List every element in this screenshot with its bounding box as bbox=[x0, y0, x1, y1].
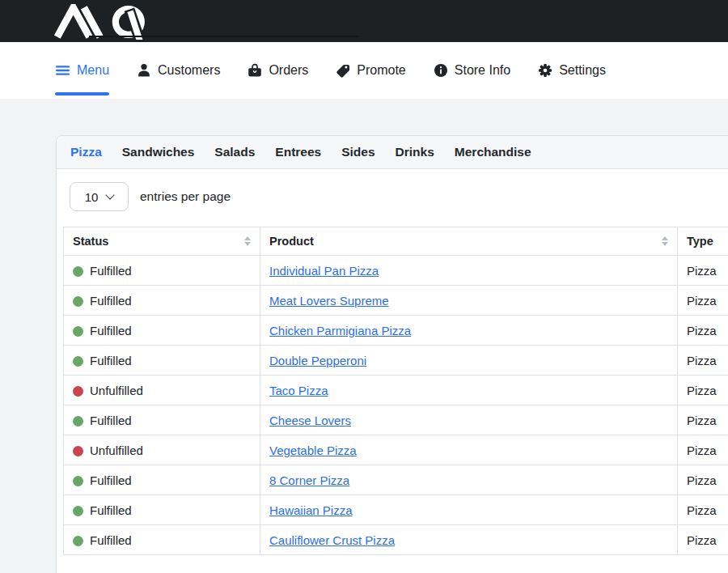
column-label: Status bbox=[73, 235, 108, 248]
status-text: Fulfilled bbox=[90, 503, 132, 517]
table-header-row: Status Product Type bbox=[64, 227, 728, 256]
product-link[interactable]: Cheese Lovers bbox=[269, 414, 351, 427]
bag-icon bbox=[248, 63, 262, 78]
table-row: Fulfilled Individual Pan Pizza Pizza bbox=[64, 256, 728, 286]
top-app-bar bbox=[0, 0, 728, 42]
aiq-logo bbox=[50, 4, 157, 40]
product-link[interactable]: Hawaiian Pizza bbox=[269, 503, 353, 517]
table-row: Fulfilled Meat Lovers Supreme Pizza bbox=[64, 286, 728, 316]
table-row: Unfulfilled Vegetable Pizza Pizza bbox=[64, 435, 728, 465]
product-cell: Meat Lovers Supreme bbox=[260, 286, 678, 316]
primary-nav: Menu Customers Orders Promote Store Info bbox=[0, 42, 728, 99]
type-cell: Pizza bbox=[678, 525, 728, 555]
status-dot-icon bbox=[73, 266, 83, 277]
status-cell: Fulfilled bbox=[64, 346, 260, 376]
tab-sandwiches[interactable]: Sandwiches bbox=[122, 145, 195, 159]
product-cell: Individual Pan Pizza bbox=[260, 256, 678, 286]
status-cell: Fulfilled bbox=[64, 256, 260, 286]
table-row: Fulfilled Cheese Lovers Pizza bbox=[64, 405, 728, 435]
product-link[interactable]: Chicken Parmigiana Pizza bbox=[269, 324, 411, 337]
nav-item-label: Store Info bbox=[455, 63, 510, 78]
table-row: Fulfilled Hawaiian Pizza Pizza bbox=[64, 495, 728, 525]
type-cell: Pizza bbox=[678, 465, 728, 495]
tab-drinks[interactable]: Drinks bbox=[396, 145, 434, 159]
gear-icon bbox=[538, 63, 552, 78]
person-icon bbox=[137, 63, 151, 78]
status-cell: Fulfilled bbox=[64, 286, 260, 316]
sort-icon bbox=[244, 236, 251, 246]
page-content: Pizza Sandwiches Salads Entrees Sides Dr… bbox=[0, 99, 728, 573]
product-link[interactable]: Individual Pan Pizza bbox=[269, 264, 379, 278]
product-link[interactable]: Taco Pizza bbox=[269, 384, 328, 397]
product-link[interactable]: Meat Lovers Supreme bbox=[269, 294, 389, 308]
column-label: Product bbox=[269, 235, 314, 248]
product-cell: 8 Corner Pizza bbox=[260, 465, 678, 495]
column-header-status[interactable]: Status bbox=[64, 227, 260, 256]
type-cell: Pizza bbox=[678, 495, 728, 525]
column-header-type[interactable]: Type bbox=[678, 227, 728, 256]
type-cell: Pizza bbox=[678, 435, 728, 465]
status-dot-icon bbox=[73, 476, 83, 486]
table-row: Fulfilled Chicken Parmigiana Pizza Pizza bbox=[64, 316, 728, 346]
type-cell: Pizza bbox=[678, 316, 728, 346]
status-dot-icon bbox=[73, 326, 83, 337]
nav-item-store-info[interactable]: Store Info bbox=[434, 42, 510, 99]
status-cell: Fulfilled bbox=[64, 316, 260, 346]
status-dot-icon bbox=[73, 506, 83, 516]
tag-icon bbox=[336, 63, 350, 78]
type-cell: Pizza bbox=[678, 346, 728, 376]
nav-item-label: Promote bbox=[357, 63, 405, 78]
column-header-product[interactable]: Product bbox=[260, 227, 678, 256]
status-text: Unfulfilled bbox=[90, 384, 143, 397]
product-link[interactable]: Cauliflower Crust Pizza bbox=[269, 533, 395, 547]
info-icon bbox=[434, 63, 448, 78]
table-row: Fulfilled Cauliflower Crust Pizza Pizza bbox=[64, 525, 728, 555]
status-cell: Unfulfilled bbox=[64, 435, 260, 465]
nav-item-orders[interactable]: Orders bbox=[248, 42, 308, 99]
product-link[interactable]: Double Pepperoni bbox=[269, 354, 366, 367]
nav-item-settings[interactable]: Settings bbox=[538, 42, 606, 99]
type-cell: Pizza bbox=[678, 256, 728, 286]
status-dot-icon bbox=[73, 296, 83, 307]
product-link[interactable]: Vegetable Pizza bbox=[269, 444, 357, 457]
status-dot-icon bbox=[73, 356, 83, 367]
category-tabs: Pizza Sandwiches Salads Entrees Sides Dr… bbox=[57, 136, 728, 169]
type-cell: Pizza bbox=[678, 405, 728, 435]
product-cell: Cauliflower Crust Pizza bbox=[260, 525, 678, 555]
status-cell: Fulfilled bbox=[64, 525, 260, 555]
nav-item-label: Customers bbox=[158, 63, 220, 78]
type-cell: Pizza bbox=[678, 286, 728, 316]
status-text: Fulfilled bbox=[90, 294, 132, 308]
status-dot-icon bbox=[73, 536, 83, 546]
tab-merchandise[interactable]: Merchandise bbox=[455, 145, 531, 159]
column-label: Type bbox=[687, 235, 713, 248]
nav-item-menu[interactable]: Menu bbox=[55, 42, 109, 99]
hamburger-icon bbox=[55, 63, 70, 78]
product-cell: Vegetable Pizza bbox=[260, 435, 678, 465]
entries-per-page-value: 10 bbox=[85, 190, 99, 204]
status-text: Fulfilled bbox=[90, 414, 132, 427]
product-link[interactable]: 8 Corner Pizza bbox=[269, 473, 349, 487]
status-text: Fulfilled bbox=[90, 354, 132, 367]
status-text: Fulfilled bbox=[90, 473, 132, 487]
tab-entrees[interactable]: Entrees bbox=[275, 145, 321, 159]
product-cell: Chicken Parmigiana Pizza bbox=[260, 316, 678, 346]
status-dot-icon bbox=[73, 416, 83, 427]
status-text: Fulfilled bbox=[90, 264, 132, 278]
status-cell: Unfulfilled bbox=[64, 376, 260, 405]
status-cell: Fulfilled bbox=[64, 465, 260, 495]
status-dot-icon bbox=[73, 446, 83, 456]
nav-item-customers[interactable]: Customers bbox=[137, 42, 220, 99]
tab-sides[interactable]: Sides bbox=[341, 145, 375, 159]
status-text: Unfulfilled bbox=[90, 444, 143, 457]
product-cell: Double Pepperoni bbox=[260, 346, 678, 376]
nav-item-label: Menu bbox=[77, 63, 109, 78]
tab-salads[interactable]: Salads bbox=[214, 145, 255, 159]
nav-item-promote[interactable]: Promote bbox=[336, 42, 405, 99]
products-table: Status Product Type bbox=[63, 227, 728, 555]
tab-pizza[interactable]: Pizza bbox=[70, 145, 102, 159]
logo-underline-strip bbox=[89, 36, 358, 37]
entries-per-page-label: entries per page bbox=[140, 189, 231, 204]
table-row: Unfulfilled Taco Pizza Pizza bbox=[64, 376, 728, 405]
entries-per-page-select[interactable]: 10 bbox=[70, 182, 129, 211]
